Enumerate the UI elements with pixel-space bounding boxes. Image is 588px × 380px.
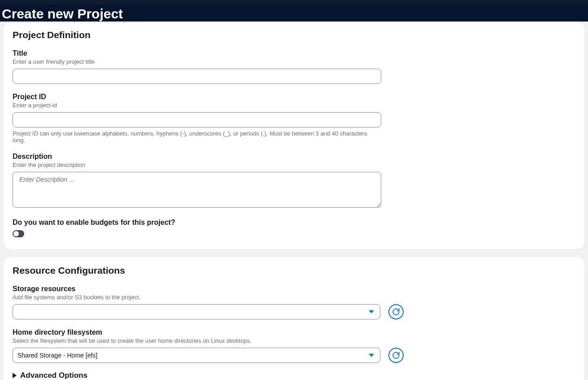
storage-refresh-button[interactable] — [388, 304, 404, 319]
section-title-definition: Project Definition — [13, 30, 575, 40]
homefs-hint: Select the filesystem that will be used … — [13, 337, 575, 344]
project-id-help: Project ID can only use lowercase alphab… — [13, 130, 381, 144]
storage-select[interactable] — [13, 304, 380, 319]
advanced-options-toggle[interactable]: Advanced Options — [13, 371, 575, 380]
homefs-label: Home directory filesystem — [13, 328, 575, 336]
advanced-options-label: Advanced Options — [20, 371, 87, 380]
project-id-label: Project ID — [13, 93, 381, 101]
description-label: Description — [13, 153, 381, 161]
project-id-hint: Enter a project-id — [13, 102, 381, 109]
homefs-field-block: Home directory filesystem Select the fil… — [13, 328, 575, 363]
project-definition-card: Project Definition Title Enter a user fr… — [4, 22, 584, 249]
caret-right-icon — [13, 373, 17, 378]
project-id-input[interactable] — [13, 112, 381, 127]
title-hint: Enter a user friendly project title — [13, 58, 381, 65]
description-field-block: Description Enter the project descriptio… — [13, 153, 381, 210]
title-field-block: Title Enter a user friendly project titl… — [13, 49, 381, 84]
project-id-field-block: Project ID Enter a project-id Project ID… — [13, 93, 381, 144]
page-title: Create new Project — [2, 6, 123, 22]
title-label: Title — [13, 49, 381, 57]
resource-config-card: Resource Configurations Storage resource… — [4, 257, 584, 380]
storage-hint: Add file systems and/or S3 buckets to th… — [13, 294, 575, 301]
homefs-selected-value: Shared Storage - Home [efs] — [17, 352, 97, 359]
storage-field-block: Storage resources Add file systems and/o… — [13, 285, 575, 319]
homefs-select[interactable]: Shared Storage - Home [efs] — [13, 348, 380, 363]
storage-label: Storage resources — [13, 285, 575, 293]
title-input[interactable] — [13, 69, 381, 84]
homefs-refresh-button[interactable] — [388, 348, 404, 363]
refresh-icon — [392, 308, 400, 316]
description-hint: Enter the project description — [13, 162, 381, 168]
toggle-knob — [13, 231, 19, 236]
budgets-toggle[interactable] — [13, 230, 24, 237]
budgets-question: Do you want to enable budgets for this p… — [13, 218, 575, 227]
section-title-resources: Resource Configurations — [13, 265, 575, 276]
description-textarea[interactable] — [13, 172, 381, 208]
refresh-icon — [392, 351, 400, 359]
